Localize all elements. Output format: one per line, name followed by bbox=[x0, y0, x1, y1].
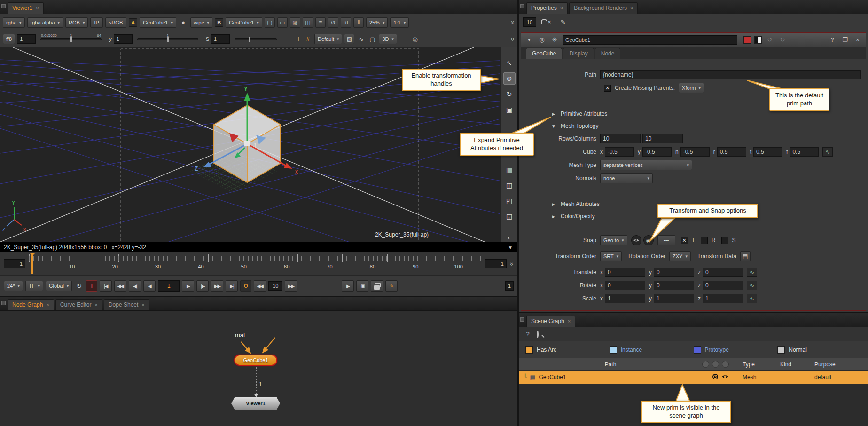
tab-display[interactable]: Display bbox=[563, 48, 594, 59]
fps-dropdown[interactable]: 24*▾ bbox=[4, 281, 23, 291]
gain-slider-knob[interactable] bbox=[70, 37, 72, 42]
power-column-icon[interactable] bbox=[712, 361, 719, 368]
fstop-dropdown[interactable]: f/8 bbox=[3, 34, 15, 44]
translate-x-input[interactable]: 0 bbox=[605, 268, 645, 277]
marquee-icon[interactable]: ▢ bbox=[368, 34, 377, 44]
lock-range-button[interactable] bbox=[371, 280, 383, 292]
proxy-toggle-icon[interactable]: ▢ bbox=[265, 17, 275, 28]
in-point-button[interactable]: I bbox=[86, 280, 97, 292]
node-name-input[interactable]: GeoCube1 bbox=[563, 35, 737, 45]
search-button[interactable] bbox=[537, 331, 539, 337]
display-mode-dropdown[interactable]: RGB▾ bbox=[65, 17, 88, 28]
rotate-animation-curve-icon[interactable]: ∿ bbox=[747, 281, 757, 290]
close-icon[interactable]: × bbox=[560, 5, 563, 11]
rotate-z-input[interactable]: 0 bbox=[703, 281, 743, 290]
prim-power-icon[interactable] bbox=[712, 373, 719, 381]
eye-column-icon[interactable] bbox=[722, 361, 729, 368]
redo-icon[interactable]: ↻ bbox=[778, 35, 787, 45]
wave-icon[interactable]: ∿ bbox=[356, 34, 366, 44]
node-geocube1[interactable]: GeoCube1 bbox=[234, 355, 277, 366]
max-panels-input[interactable]: 10 bbox=[523, 17, 536, 27]
tab-node-graph[interactable]: Node Graph × bbox=[8, 299, 54, 310]
previous-keyframe-button[interactable]: ◀| bbox=[129, 280, 141, 292]
snap-t-checkbox[interactable]: ✕ bbox=[681, 237, 688, 244]
close-icon[interactable]: × bbox=[568, 318, 571, 324]
translate-z-input[interactable]: 0 bbox=[703, 268, 743, 277]
column-purpose[interactable]: Purpose bbox=[814, 361, 857, 368]
frame-step-input[interactable]: 10 bbox=[268, 281, 282, 291]
close-icon[interactable]: × bbox=[36, 5, 39, 11]
proxy-ratio-dropdown[interactable]: 1:1▾ bbox=[390, 17, 409, 28]
range-end2-input[interactable]: 1 bbox=[505, 281, 514, 291]
view-dimension-dropdown[interactable]: 3D▾ bbox=[379, 34, 397, 44]
undo-icon[interactable]: ↺ bbox=[765, 35, 774, 45]
input-a-badge[interactable]: A bbox=[129, 18, 137, 27]
input-a-dropdown[interactable]: GeoCube1▾ bbox=[140, 17, 176, 28]
column-kind[interactable]: Kind bbox=[780, 361, 814, 368]
frame-selected-icon[interactable]: ◰ bbox=[503, 195, 516, 207]
panel-grip-icon[interactable] bbox=[1, 301, 6, 305]
normals-dropdown[interactable]: none▾ bbox=[600, 173, 653, 183]
tab-dope-sheet[interactable]: Dope Sheet × bbox=[104, 299, 149, 310]
current-frame-input[interactable]: 1 bbox=[158, 280, 180, 292]
go-to-start-button[interactable]: |◀ bbox=[100, 280, 112, 292]
snap-menu-button[interactable]: ••• bbox=[657, 235, 675, 245]
flipbook-render-icon[interactable]: ▶ bbox=[342, 280, 354, 292]
loop-mode-icon[interactable]: ↻ bbox=[74, 281, 84, 291]
translate-animation-curve-icon[interactable]: ∿ bbox=[747, 268, 757, 277]
snap-s-checkbox[interactable] bbox=[721, 237, 728, 244]
node-viewer1[interactable]: Viewer1 bbox=[231, 397, 280, 410]
frame-all-icon[interactable]: ◲ bbox=[503, 210, 516, 222]
viewer-mode-dropdown[interactable]: Default▾ bbox=[314, 34, 342, 44]
rows-input[interactable]: 10 bbox=[600, 134, 641, 143]
selection-tool-icon[interactable]: ↖ bbox=[503, 57, 516, 69]
create-missing-parents-dropdown[interactable]: Xform▾ bbox=[679, 83, 704, 93]
input-b-dropdown[interactable]: GeoCube1▾ bbox=[226, 17, 262, 28]
geometry-display-icon[interactable]: ▧ bbox=[344, 34, 354, 44]
roi-icon[interactable]: ⊞ bbox=[341, 17, 351, 28]
float-panel-icon[interactable]: ❐ bbox=[840, 35, 850, 45]
gamma-slider[interactable]: 1 bbox=[137, 38, 198, 40]
snap-dropdown[interactable]: Geo to▾ bbox=[600, 235, 627, 245]
mesh-type-dropdown[interactable]: separate vertices▾ bbox=[600, 160, 692, 170]
input-process-button[interactable]: IP bbox=[90, 17, 102, 28]
timeline-ruler[interactable]: 1 10 20 30 40 50 60 70 80 90 100 bbox=[29, 252, 481, 275]
gain-input[interactable]: 1 bbox=[17, 34, 36, 44]
create-missing-parents-checkbox[interactable]: ✕ bbox=[604, 85, 611, 92]
cube-r-input[interactable]: 0.5 bbox=[717, 147, 746, 157]
status-menu-icon[interactable]: ▼ bbox=[508, 245, 514, 250]
collapse-panel-icon[interactable]: ▼ bbox=[524, 35, 534, 45]
wipe-dropdown[interactable]: wipe▾ bbox=[190, 17, 212, 28]
nodegraph-canvas[interactable]: mat GeoCube1 1 Viewer1 bbox=[0, 311, 517, 426]
range-mode-dropdown[interactable]: Global▾ bbox=[46, 281, 72, 291]
gamma-input[interactable]: 1 bbox=[114, 34, 133, 44]
alpha-channel-dropdown[interactable]: rgba.alpha▾ bbox=[27, 17, 63, 28]
transform-order-dropdown[interactable]: SRT▾ bbox=[600, 251, 622, 261]
translate-y-input[interactable]: 0 bbox=[654, 268, 694, 277]
help-icon[interactable]: ? bbox=[523, 330, 532, 339]
node-color-swatch[interactable] bbox=[743, 36, 751, 44]
focus-node-icon[interactable]: ◎ bbox=[537, 35, 547, 45]
pause-icon[interactable]: ‖ bbox=[353, 17, 364, 28]
next-keyframe-button[interactable]: |▶ bbox=[196, 280, 209, 292]
channels-icon[interactable]: ≡ bbox=[315, 17, 326, 28]
split-layout-icon[interactable]: ◫ bbox=[503, 179, 516, 191]
panel-grip-icon[interactable] bbox=[1, 4, 6, 8]
transform-data-icon[interactable]: ▤ bbox=[740, 251, 751, 261]
jump-back-button[interactable]: ◀◀ bbox=[254, 280, 266, 292]
rotate-x-input[interactable]: 0 bbox=[605, 281, 645, 290]
scenegraph-row-geocube1[interactable]: └ ▦ GeoCube1 Mesh default bbox=[519, 371, 868, 384]
colorspace-button[interactable]: sRGB bbox=[105, 17, 126, 28]
scale-tool-icon[interactable]: ▣ bbox=[503, 103, 516, 116]
scale-z-input[interactable]: 1 bbox=[703, 294, 743, 303]
out-point-button[interactable]: O bbox=[240, 280, 251, 292]
snap-eye-button[interactable] bbox=[631, 235, 641, 245]
lightbulb-icon[interactable]: ☀ bbox=[550, 35, 559, 45]
column-path[interactable]: Path bbox=[519, 361, 702, 368]
tab-properties[interactable]: Properties × bbox=[526, 2, 568, 14]
scale-animation-curve-icon[interactable]: ∿ bbox=[747, 294, 757, 303]
timeline-overflow-icon[interactable]: » bbox=[508, 262, 516, 265]
select-column-icon[interactable] bbox=[702, 361, 709, 368]
ab-dot-icon[interactable]: ● bbox=[179, 18, 188, 27]
rotate-tool-icon[interactable]: ↻ bbox=[503, 88, 516, 100]
